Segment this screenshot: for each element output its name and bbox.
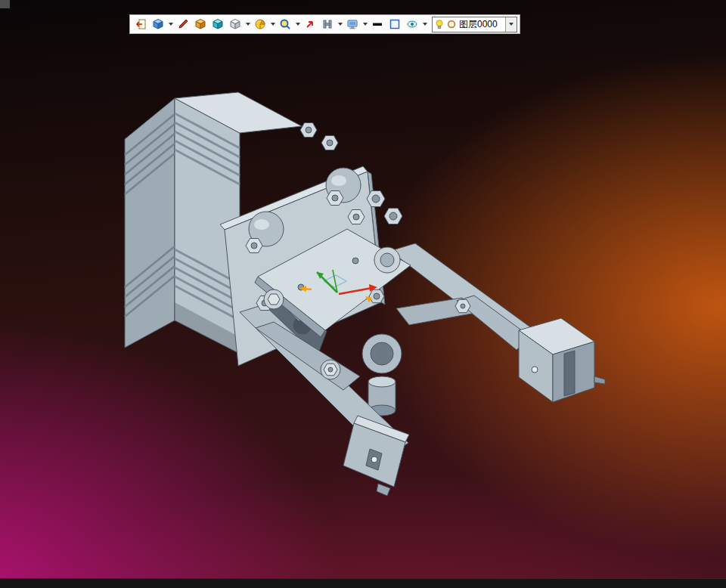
gripper-upper-arm[interactable]: [390, 243, 605, 402]
floating-toolbar: 图层0000: [129, 14, 520, 34]
display-settings-button[interactable]: [344, 16, 361, 32]
lower-hub[interactable]: [362, 334, 402, 416]
chevron-down-icon: [423, 23, 427, 26]
eye-icon: [406, 18, 418, 30]
cyan-box-icon: [212, 18, 224, 30]
yellow-sphere-icon: [254, 18, 266, 30]
isometric-view-dropdown[interactable]: [167, 16, 174, 32]
visibility-button[interactable]: [404, 16, 420, 32]
line-width-button[interactable]: [369, 16, 386, 32]
grid-dropdown[interactable]: [337, 16, 343, 32]
viewport[interactable]: [0, 0, 726, 588]
chevron-down-icon: [338, 23, 343, 26]
h-grid-icon: [321, 18, 334, 30]
display-cube-dropdown[interactable]: [244, 16, 251, 32]
zoom-button[interactable]: [277, 16, 293, 32]
monitor-icon: [346, 18, 358, 30]
gripper-assembly-model[interactable]: [0, 0, 726, 588]
isometric-view-button[interactable]: [150, 16, 166, 32]
marker-button[interactable]: [302, 16, 318, 32]
render-mode-dropdown[interactable]: [269, 16, 276, 32]
lightbulb-icon: [434, 19, 445, 29]
grid-button[interactable]: [319, 16, 336, 32]
red-arrow-icon: [304, 18, 316, 30]
solid-yellow-button[interactable]: [192, 16, 209, 32]
render-mode-button[interactable]: [252, 16, 268, 32]
display-cube-button[interactable]: [227, 16, 244, 32]
exit-door-icon: [135, 18, 147, 30]
layer-state-circle-icon: [446, 19, 457, 29]
chevron-down-icon: [246, 23, 250, 26]
color-swatch-button[interactable]: [386, 16, 403, 32]
chevron-down-icon: [296, 23, 300, 26]
chevron-down-icon: [271, 23, 275, 26]
visibility-dropdown[interactable]: [421, 16, 428, 32]
zoom-dropdown[interactable]: [294, 16, 301, 32]
status-bar: [0, 578, 726, 588]
chevron-down-icon: [169, 23, 173, 26]
chevron-down-icon: [363, 23, 368, 26]
solid-cyan-button[interactable]: [209, 16, 226, 32]
swatch-icon: [389, 18, 401, 30]
magnifier-icon: [279, 18, 291, 30]
layer-combobox[interactable]: 图层0000: [432, 17, 517, 32]
sketch-tool-button[interactable]: [175, 16, 191, 32]
chevron-down-icon: [509, 23, 513, 26]
isometric-cube-icon: [152, 18, 164, 30]
white-cube-icon: [229, 18, 241, 30]
layer-dropdown-button[interactable]: [505, 17, 517, 32]
application-window: 图层0000: [0, 0, 726, 588]
thick-line-icon: [371, 18, 383, 30]
display-settings-dropdown[interactable]: [361, 16, 368, 32]
yellow-box-icon: [194, 18, 206, 30]
exit-environment-button[interactable]: [132, 16, 149, 32]
red-pencil-icon: [177, 18, 189, 30]
layer-name-label: 图层0000: [457, 18, 505, 31]
